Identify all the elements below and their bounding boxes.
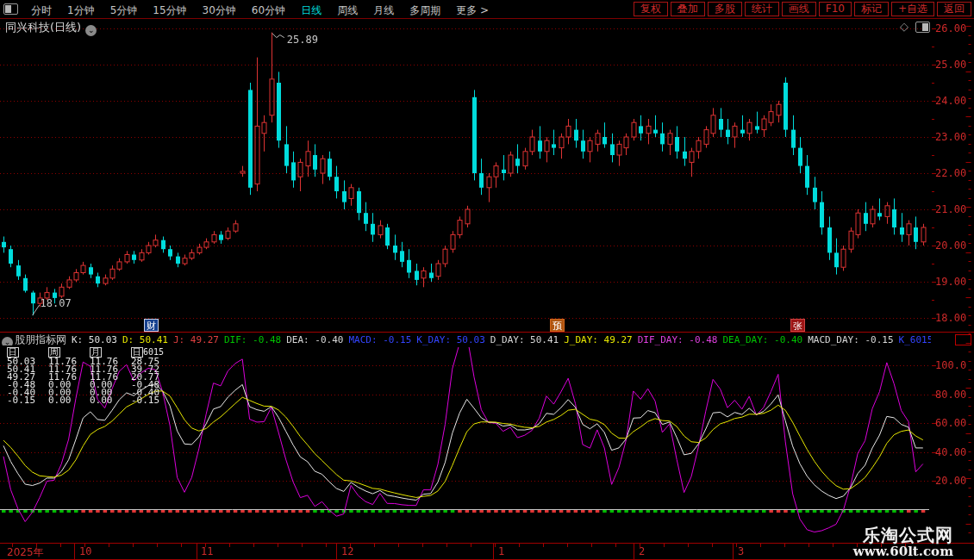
month-label: 1: [498, 545, 504, 557]
tool-button[interactable]: 标记: [854, 2, 889, 16]
price-axis-label: 21.00: [935, 203, 966, 215]
watermark-site-name: 乐淘公式网: [853, 526, 953, 544]
period-menu-item[interactable]: 30分钟: [195, 4, 244, 16]
month-label: 3: [738, 545, 744, 557]
period-value: 0.00: [90, 396, 118, 404]
tool-button[interactable]: 画线: [782, 2, 816, 16]
period-menu-item[interactable]: 分时: [23, 4, 59, 16]
period-menu-item[interactable]: 月线: [365, 4, 402, 16]
chevron-down-icon[interactable]: ⌄: [2, 337, 13, 345]
price-axis-label: 18.00: [935, 312, 966, 324]
app-window: 分时1分钟5分钟15分钟30分钟60分钟日线周线月线多周期更多 > 复权叠加多股…: [0, 0, 974, 560]
indicator-value: D_DAY: 50.41: [490, 334, 559, 345]
period-menu-item[interactable]: 60分钟: [244, 4, 293, 16]
indicator-axis-label: 60.00: [935, 417, 966, 429]
layout-split-icon[interactable]: [3, 3, 18, 15]
year-label: 2025年: [7, 545, 44, 560]
indicator-tag-box[interactable]: [955, 334, 971, 345]
month-separator: [634, 544, 634, 559]
period-column: 日50.0350.4149.27-0.48-0.40-0.15: [7, 347, 35, 404]
high-price-annotation: 25.89: [287, 34, 318, 46]
price-axis-label: 25.00: [935, 59, 966, 71]
indicator-axis-label: 20.00: [935, 475, 966, 487]
watermark-url: www.60lt.com: [853, 544, 953, 559]
period-menu-item[interactable]: 日线: [293, 4, 329, 16]
period-column: 日601528.7539.7220.77-0.48-0.40-0.15: [131, 347, 164, 404]
tool-button[interactable]: F10: [819, 2, 852, 16]
event-marker-badge[interactable]: 预: [550, 319, 565, 332]
period-value: 0.00: [48, 396, 77, 404]
chevron-down-icon[interactable]: ⌄: [85, 25, 97, 36]
month-label: 11: [201, 545, 213, 557]
period-menu-item[interactable]: 更多 >: [448, 4, 496, 16]
page-title: 同兴科技(日线): [5, 21, 81, 34]
top-toolbar: 分时1分钟5分钟15分钟30分钟60分钟日线周线月线多周期更多 > 复权叠加多股…: [0, 0, 974, 19]
low-price-annotation: 18.07: [41, 297, 72, 309]
event-marker-badge[interactable]: 张: [790, 319, 805, 332]
indicator-axis-label: 80.00: [935, 389, 966, 401]
period-menu-item[interactable]: 1分钟: [59, 4, 103, 16]
indicator-values: K: 50.03D: 50.41J: 49.27DIF: -0.48DEA: -…: [72, 334, 931, 345]
indicator-header: ⌄股朋指标网K: 50.03D: 50.41J: 49.27DIF: -0.48…: [0, 333, 931, 345]
tools-menu: 复权叠加多股统计画线F10标记+自选返回: [631, 2, 971, 16]
tool-button[interactable]: +自选: [891, 2, 934, 16]
indicator-value: J: 49.27: [173, 334, 219, 345]
watermark: 乐淘公式网 www.60lt.com: [853, 526, 953, 559]
indicator-value: DIF: -0.48: [224, 334, 281, 345]
period-menu: 分时1分钟5分钟15分钟30分钟60分钟日线周线月线多周期更多 >: [23, 1, 496, 18]
period-value: -0.15: [7, 396, 35, 404]
tool-button[interactable]: 统计: [745, 2, 779, 16]
month-separator: [74, 544, 75, 559]
price-axis-label: 26.00: [935, 22, 966, 34]
period-menu-item[interactable]: 多周期: [402, 4, 448, 16]
month-separator: [733, 544, 734, 559]
period-column: 周11.7611.7611.760.000.000.00: [48, 347, 77, 404]
month-separator: [493, 544, 494, 559]
event-marker-badge[interactable]: 财: [144, 319, 159, 332]
indicator-name[interactable]: 股朋指标网: [15, 333, 66, 345]
tool-button[interactable]: 返回: [937, 2, 971, 16]
price-axis-label: 23.00: [935, 131, 966, 143]
time-axis: 2025年 101112123: [0, 543, 974, 560]
indicator-value: DEA_DAY: -0.40: [722, 334, 802, 345]
indicator-value: DEA: -0.40: [286, 334, 343, 345]
period-menu-item[interactable]: 周线: [329, 4, 365, 16]
indicator-value: MACD: -0.15: [348, 334, 411, 345]
chart-canvas[interactable]: [0, 0, 974, 560]
diamond-icon[interactable]: ◇: [900, 20, 908, 33]
month-separator: [197, 544, 197, 559]
price-axis-label: 19.00: [935, 276, 966, 288]
indicator-value: K_6015: 28.75: [899, 334, 931, 345]
tool-button[interactable]: 复权: [634, 2, 668, 16]
period-column: 月11.7611.7611.760.000.000.00: [90, 347, 118, 404]
month-separator: [336, 544, 337, 559]
month-label: 2: [639, 545, 645, 557]
split-view-icon[interactable]: [915, 22, 930, 33]
period-menu-item[interactable]: 15分钟: [145, 4, 194, 16]
price-axis-label: 22.00: [935, 167, 966, 179]
indicator-value: MACD_DAY: -0.15: [808, 334, 893, 345]
tool-button[interactable]: 叠加: [671, 2, 705, 16]
indicator-value: DIF_DAY: -0.48: [638, 334, 718, 345]
period-value: -0.15: [131, 396, 164, 404]
indicator-value: K_DAY: 50.03: [416, 334, 484, 345]
period-menu-item[interactable]: 5分钟: [103, 4, 146, 16]
month-label: 12: [341, 545, 353, 557]
indicator-value: D: 50.41: [122, 334, 168, 345]
indicator-axis-label: 100.0: [935, 359, 966, 371]
indicator-value: J_DAY: 49.27: [564, 334, 632, 345]
tool-button[interactable]: 多股: [708, 2, 742, 16]
price-axis-label: 24.00: [935, 95, 966, 107]
price-axis-label: 20.00: [935, 240, 966, 252]
indicator-value: K: 50.03: [72, 334, 117, 345]
indicator-axis-label: 40.00: [935, 446, 966, 458]
title-bar: 同兴科技(日线)⌄: [5, 20, 97, 36]
month-label: 10: [79, 545, 91, 557]
